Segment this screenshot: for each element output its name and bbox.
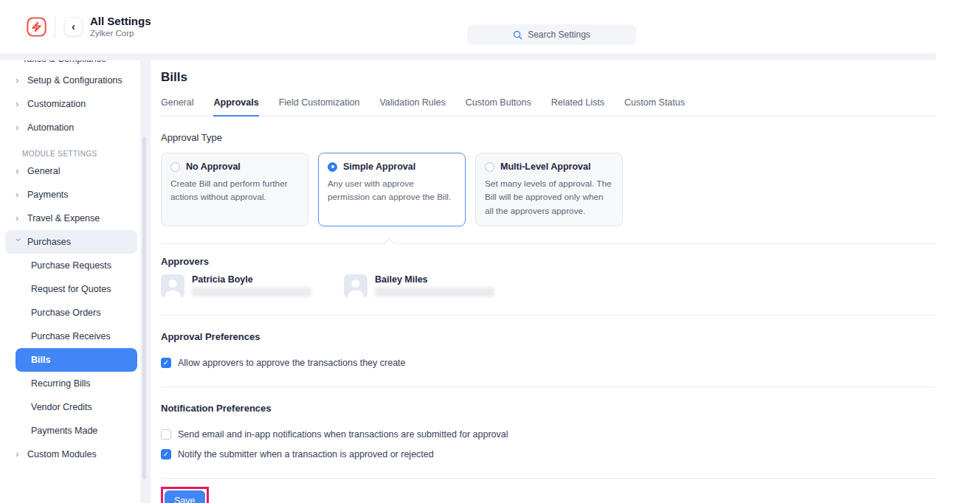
checkbox-label: Notify the submitter when a transaction … <box>178 449 434 459</box>
search-placeholder: Search Settings <box>528 30 590 40</box>
approval-type-title: Multi-Level Approval <box>500 162 590 172</box>
sidebar-item-custom-modules[interactable]: ›Custom Modules <box>5 443 137 466</box>
checkbox-row-notify-the-submitter-when-a-transaction-[interactable]: ✓Notify the submitter when a transaction… <box>161 449 936 459</box>
approval-type-description: Any user with approve permission can app… <box>328 177 456 204</box>
tab-approvals[interactable]: Approvals <box>213 97 258 117</box>
checkbox-checked-icon[interactable]: ✓ <box>161 449 171 459</box>
sidebar-item-payments-made[interactable]: Payments Made <box>15 419 137 443</box>
tab-custom-status[interactable]: Custom Status <box>624 97 685 117</box>
sidebar-item-travel-expense[interactable]: ›Travel & Expense <box>5 207 137 230</box>
sidebar-item-clipped[interactable]: Taxes & Compliance <box>22 60 106 64</box>
sidebar-item-label: Automation <box>27 122 74 133</box>
approver-details: Patricia Boyle <box>192 274 311 298</box>
search-icon <box>513 30 522 40</box>
header-left-cluster: ‹ All Settings Zylker Corp <box>27 0 151 53</box>
notification-preferences-checkboxes: Send email and in-app notifications when… <box>161 429 936 459</box>
back-button[interactable]: ‹ <box>64 17 83 36</box>
checkbox-label: Send email and in-app notifications when… <box>178 429 508 440</box>
sidebar-item-purchase-receives[interactable]: Purchase Receives <box>15 325 137 348</box>
tab-field-customization[interactable]: Field Customization <box>279 97 360 117</box>
approval-type-card-simple-approval[interactable]: Simple ApprovalAny user with approve per… <box>318 153 466 226</box>
settings-tabs: GeneralApprovalsField CustomizationValid… <box>161 97 936 117</box>
tab-related-lists[interactable]: Related Lists <box>551 97 604 117</box>
approver-name: Bailey Miles <box>375 274 494 285</box>
checkbox-unchecked-icon[interactable] <box>161 429 171 440</box>
sidebar-item-label: Setup & Configurations <box>27 75 122 86</box>
tab-general[interactable]: General <box>161 97 193 117</box>
section-divider <box>161 478 936 479</box>
radio-unchecked-icon[interactable] <box>170 162 180 172</box>
person-icon <box>344 274 368 298</box>
selected-card-pointer <box>384 238 394 248</box>
checkbox-row-send-email-and-in-app-notifications-when[interactable]: Send email and in-app notifications when… <box>161 429 936 440</box>
sidebar-section-label: MODULE SETTINGS <box>22 150 140 158</box>
module-title: Bills <box>161 70 936 85</box>
sidebar-item-automation[interactable]: ›Automation <box>5 116 137 139</box>
sidebar-item-purchase-requests[interactable]: Purchase Requests <box>15 254 137 277</box>
approval-preferences-checkboxes: ✓Allow approvers to approve the transact… <box>161 358 936 368</box>
chevron-right-icon: › <box>15 167 21 175</box>
tab-custom-buttons[interactable]: Custom Buttons <box>466 97 531 117</box>
approval-type-description: Create Bill and perform further actions … <box>170 177 299 204</box>
checkbox-label: Allow approvers to approve the transacti… <box>178 358 406 368</box>
chevron-right-icon: › <box>15 124 21 131</box>
sidebar-item-general[interactable]: ›General <box>5 159 137 183</box>
approval-type-title: Simple Approval <box>343 162 415 172</box>
notification-preferences-title: Notification Preferences <box>161 403 936 414</box>
radio-unchecked-icon[interactable] <box>485 162 494 172</box>
approval-type-title: No Approval <box>186 162 241 172</box>
top-header: ‹ All Settings Zylker Corp Search Settin… <box>0 0 980 53</box>
search-settings-input[interactable]: Search Settings <box>467 24 636 45</box>
all-settings-page: ‹ All Settings Zylker Corp Search Settin… <box>0 0 980 503</box>
chevron-right-icon: › <box>15 100 21 108</box>
approver-name: Patricia Boyle <box>192 274 311 285</box>
sidebar-item-vendor-credits[interactable]: Vendor Credits <box>15 395 137 419</box>
section-divider <box>161 315 936 316</box>
sidebar-gap <box>140 60 151 503</box>
approver-email-redacted <box>192 288 311 296</box>
section-divider <box>161 243 936 244</box>
approval-type-head: Simple Approval <box>328 162 456 172</box>
avatar <box>161 274 184 298</box>
chevron-right-icon: › <box>15 191 21 198</box>
approval-type-description: Set many levels of approval. The Bill wi… <box>485 177 613 218</box>
avatar <box>344 274 368 298</box>
org-name: Zylker Corp <box>90 28 151 38</box>
header-gap <box>0 53 936 60</box>
approval-type-label: Approval Type <box>161 132 936 143</box>
sidebar-item-customization[interactable]: ›Customization <box>5 92 137 116</box>
sidebar-item-recurring-bills[interactable]: Recurring Bills <box>15 372 137 395</box>
section-divider <box>161 386 936 387</box>
settings-sidebar: Taxes & Compliance ›Setup & Configuratio… <box>0 60 140 503</box>
app-logo-icon <box>27 17 46 37</box>
approvers-label: Approvers <box>161 256 936 267</box>
approval-preferences-title: Approval Preferences <box>161 331 936 342</box>
sidebar-item-payments[interactable]: ›Payments <box>5 183 137 207</box>
save-button[interactable]: Save <box>165 490 205 503</box>
sidebar-item-purchase-orders[interactable]: Purchase Orders <box>15 301 137 325</box>
sidebar-item-label: Purchases <box>27 237 71 247</box>
sidebar-item-request-for-quotes[interactable]: Request for Quotes <box>15 277 137 301</box>
approver-email-redacted <box>375 288 494 296</box>
save-annotation-highlight: Save <box>161 487 209 503</box>
sidebar-item-setup-configurations[interactable]: ›Setup & Configurations <box>5 69 137 92</box>
chevron-down-icon: › <box>15 238 22 244</box>
header-divider <box>55 15 55 38</box>
sidebar-item-label: Payments <box>27 190 69 200</box>
approval-type-options: No ApprovalCreate Bill and perform furth… <box>161 153 936 226</box>
approval-type-card-multi-level-approval[interactable]: Multi-Level ApprovalSet many levels of a… <box>475 153 623 226</box>
tab-validation-rules[interactable]: Validation Rules <box>379 97 445 117</box>
chevron-right-icon: › <box>15 451 21 458</box>
page-title: All Settings <box>90 15 151 28</box>
sidebar-item-label: Customization <box>27 99 86 109</box>
chevron-right-icon: › <box>15 77 21 84</box>
radio-checked-icon[interactable] <box>328 162 337 172</box>
checkbox-checked-icon[interactable]: ✓ <box>161 358 171 368</box>
sidebar-item-purchases[interactable]: ›Purchases <box>5 230 137 254</box>
approval-type-head: Multi-Level Approval <box>485 162 613 172</box>
approval-type-card-no-approval[interactable]: No ApprovalCreate Bill and perform furth… <box>161 153 308 226</box>
checkbox-row-allow-approvers-to-approve-the-transacti[interactable]: ✓Allow approvers to approve the transact… <box>161 358 936 368</box>
sidebar-item-label: Custom Modules <box>27 449 97 459</box>
sidebar-item-bills[interactable]: Bills <box>15 348 137 372</box>
sidebar-scrollbar[interactable] <box>142 136 146 479</box>
